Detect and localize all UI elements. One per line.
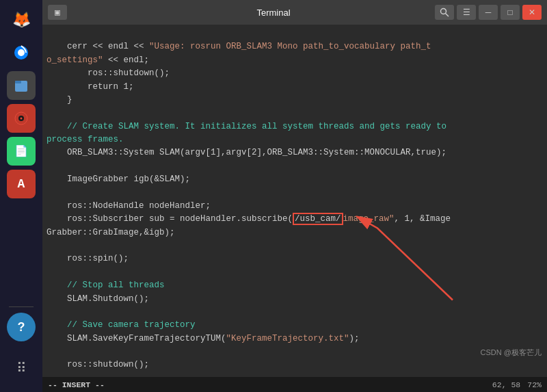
statusbar-right: 62, 58 72% [492, 380, 542, 389]
svg-rect-3 [15, 81, 21, 83]
search-button[interactable] [435, 5, 454, 20]
sidebar-icon-files[interactable] [7, 71, 36, 100]
cursor-position: 62, 58 [492, 380, 520, 389]
scroll-percent: 72% [527, 380, 542, 389]
sidebar-icon-firefox[interactable]: 🦊 [7, 5, 36, 34]
sidebar-icon-libreoffice[interactable]: 📄 [7, 137, 36, 166]
svg-point-1 [18, 49, 25, 56]
statusbar: -- INSERT -- 62, 58 72% [42, 377, 547, 392]
code-display: cerr << endl << "Usage: rosrun ORB_SLAM3… [46, 27, 543, 377]
watermark: CSDN @极客芒儿 [481, 348, 542, 358]
sidebar-icon-thunderbird[interactable] [7, 38, 36, 67]
insert-mode-indicator: -- INSERT -- [48, 380, 105, 389]
sidebar-divider [9, 306, 34, 307]
titlebar: ▣ Terminal ☰ ─ □ ✕ [42, 0, 547, 25]
highlighted-path: /usb_cam/ [293, 213, 343, 225]
sidebar-icon-help[interactable]: ? [7, 313, 36, 341]
sidebar-icon-rhythmbox[interactable] [7, 104, 36, 133]
svg-line-8 [446, 14, 449, 17]
titlebar-controls: ☰ ─ □ ✕ [435, 5, 542, 20]
menu-button[interactable]: ☰ [457, 5, 476, 20]
titlebar-left: ▣ [48, 5, 67, 20]
terminal-tab-icon[interactable]: ▣ [48, 5, 67, 20]
sidebar: 🦊 📄 A ? ⠿ [0, 0, 42, 392]
main-area: ▣ Terminal ☰ ─ □ ✕ cerr << endl << "Usag… [42, 0, 547, 392]
close-button[interactable]: ✕ [522, 5, 542, 20]
terminal-content[interactable]: cerr << endl << "Usage: rosrun ORB_SLAM3… [42, 25, 547, 377]
svg-point-6 [21, 118, 23, 120]
maximize-button[interactable]: □ [501, 5, 520, 20]
sidebar-icon-apps[interactable]: ⠿ [7, 354, 36, 382]
window-title: Terminal [256, 8, 290, 18]
minimize-button[interactable]: ─ [479, 5, 498, 20]
svg-point-7 [441, 9, 446, 14]
sidebar-icon-appstore[interactable]: A [7, 170, 36, 198]
